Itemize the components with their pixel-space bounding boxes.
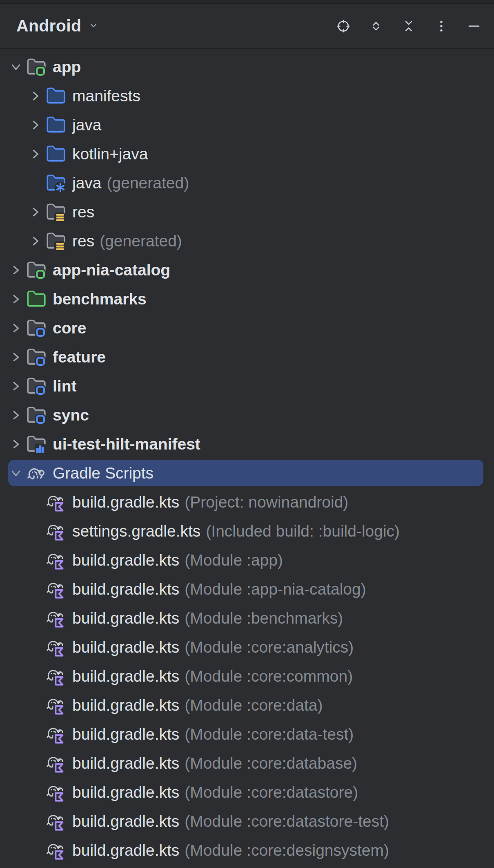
tree-row[interactable]: feature: [0, 342, 494, 371]
tree-row[interactable]: build.gradle.kts (Module :core:data): [0, 691, 494, 720]
chevron-right-icon[interactable]: [6, 434, 26, 454]
tree-item-qualifier: (Module :app-nia-catalog): [185, 580, 366, 598]
tree-item-label: build.gradle.kts: [72, 783, 179, 801]
folder-blue-icon: [46, 86, 66, 106]
indent-spacer: [25, 840, 46, 861]
tree-item-qualifier: (Module :core:datastore-test): [185, 812, 389, 830]
tree-row[interactable]: manifests: [0, 81, 494, 110]
tree-item-qualifier: (Included build: :build-logic): [206, 522, 400, 540]
view-selector-dropdown[interactable]: Android: [16, 16, 99, 36]
module-folder-blue-icon: [26, 405, 47, 425]
tree-item-label: build.gradle.kts: [72, 812, 179, 830]
gradle-kts-icon: [46, 782, 66, 803]
tree-item-label: build.gradle.kts: [72, 841, 179, 859]
tree-item-label: app: [53, 58, 81, 76]
gradle-kts-icon: [46, 724, 66, 745]
tree-item-label: build.gradle.kts: [72, 493, 179, 511]
indent-spacer: [25, 724, 46, 745]
tree-row[interactable]: app-nia-catalog: [0, 255, 494, 284]
tree-row[interactable]: build.gradle.kts (Module :core:database): [0, 749, 494, 778]
tree-row[interactable]: build.gradle.kts (Project: nowinandroid): [0, 488, 494, 517]
tool-window-header: Android: [0, 4, 494, 49]
tree-item-label: build.gradle.kts: [72, 725, 179, 743]
tree-row[interactable]: build.gradle.kts (Module :core:datastore…: [0, 778, 494, 807]
tree-row[interactable]: build.gradle.kts (Module :core:data-test…: [0, 720, 494, 749]
chevron-right-icon[interactable]: [6, 289, 26, 309]
tree-row[interactable]: build.gradle.kts (Module :core:common): [0, 662, 494, 691]
tree-item-label: java: [72, 174, 102, 192]
tree-item-qualifier: (Module :core:data-test): [185, 725, 354, 743]
kebab-menu-icon: [434, 19, 449, 34]
tool-window-toolbar: [336, 18, 482, 34]
indent-spacer: [25, 521, 46, 541]
tree-item-qualifier: (Project: nowinandroid): [185, 493, 348, 511]
indent-spacer: [25, 695, 46, 716]
indent-spacer: [25, 666, 46, 687]
tree-row[interactable]: benchmarks: [0, 284, 494, 313]
tree-row[interactable]: build.gradle.kts (Module :app): [0, 546, 494, 575]
tree-item-label: java: [72, 116, 102, 134]
tree-row[interactable]: res (generated): [0, 226, 494, 255]
gradle-kts-icon: [46, 840, 66, 861]
tree-row[interactable]: ui-test-hilt-manifest: [0, 430, 494, 459]
tree-row[interactable]: Gradle Scripts: [0, 459, 494, 488]
tree-row[interactable]: settings.gradle.kts (Included build: :bu…: [0, 517, 494, 546]
tree-item-qualifier: (Module :core:common): [185, 667, 353, 685]
chevron-right-icon[interactable]: [25, 86, 46, 106]
tree-item-qualifier: (Module :core:designsystem): [185, 841, 389, 859]
folder-test-icon: [26, 434, 47, 454]
chevron-right-icon[interactable]: [6, 318, 26, 338]
gradle-kts-icon: [46, 608, 66, 629]
chevron-down-icon[interactable]: [6, 463, 26, 483]
tree-item-label: benchmarks: [53, 290, 147, 308]
indent-spacer: [25, 608, 46, 629]
panel-title: Android: [16, 16, 81, 36]
tree-row[interactable]: build.gradle.kts (Module :core:analytics…: [0, 633, 494, 662]
tree-item-qualifier: (Module :benchmarks): [185, 609, 343, 627]
chevron-right-icon[interactable]: [6, 347, 26, 367]
panel-top-edge: [0, 0, 494, 4]
indent-spacer: [25, 579, 46, 600]
hide-panel-button[interactable]: [466, 18, 482, 34]
tree-item-qualifier: (generated): [107, 174, 189, 192]
chevron-right-icon[interactable]: [25, 144, 46, 164]
tree-row[interactable]: app: [0, 52, 494, 81]
locate-file-button[interactable]: [336, 18, 351, 34]
tree-item-label: res: [72, 232, 94, 250]
project-tree: app manifests java: [0, 49, 494, 865]
tree-row[interactable]: res: [0, 197, 494, 226]
tree-item-label: manifests: [72, 87, 140, 105]
target-icon: [336, 19, 351, 34]
chevron-right-icon[interactable]: [25, 202, 46, 222]
gradle-kts-icon: [46, 550, 66, 570]
tree-item-label: settings.gradle.kts: [72, 522, 200, 540]
chevron-right-icon[interactable]: [25, 115, 46, 135]
tree-row[interactable]: java (generated): [0, 168, 494, 197]
expand-all-button[interactable]: [368, 18, 384, 34]
chevron-right-icon[interactable]: [6, 260, 26, 280]
chevron-right-icon[interactable]: [25, 231, 46, 251]
chevron-down-icon[interactable]: [6, 57, 26, 77]
module-folder-blue-icon: [26, 318, 47, 338]
tree-row[interactable]: core: [0, 313, 494, 342]
collapse-all-button[interactable]: [401, 18, 416, 34]
more-options-button[interactable]: [434, 18, 449, 34]
tree-item-qualifier: (Module :core:database): [185, 754, 357, 772]
indent-spacer: [25, 550, 46, 570]
tree-row[interactable]: build.gradle.kts (Module :app-nia-catalo…: [0, 575, 494, 604]
tree-row[interactable]: kotlin+java: [0, 139, 494, 168]
tree-item-label: app-nia-catalog: [53, 261, 170, 279]
module-folder-blue-icon: [26, 347, 47, 367]
tree-row[interactable]: build.gradle.kts (Module :benchmarks): [0, 604, 494, 633]
folder-generated-icon: [46, 173, 66, 193]
tree-item-label: Gradle Scripts: [53, 464, 154, 482]
chevron-right-icon[interactable]: [6, 376, 26, 396]
tree-row[interactable]: build.gradle.kts (Module :core:designsys…: [0, 836, 494, 865]
chevron-right-icon[interactable]: [6, 405, 26, 425]
tree-item-label: build.gradle.kts: [72, 609, 179, 627]
tree-item-label: build.gradle.kts: [72, 667, 179, 685]
tree-row[interactable]: sync: [0, 400, 494, 430]
tree-row[interactable]: java: [0, 110, 494, 139]
tree-row[interactable]: lint: [0, 371, 494, 400]
tree-row[interactable]: build.gradle.kts (Module :core:datastore…: [0, 807, 494, 836]
